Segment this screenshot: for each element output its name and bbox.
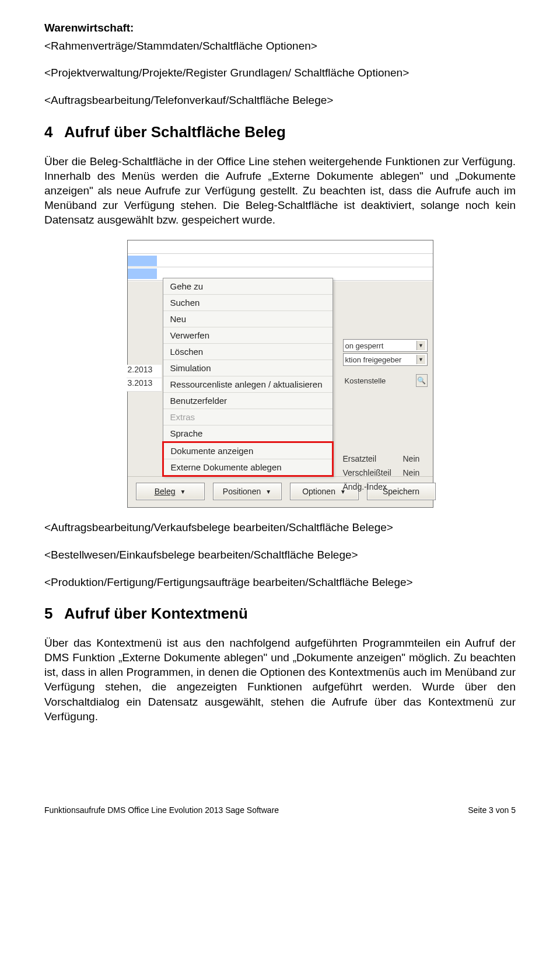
menu-item-benutzerfelder[interactable]: Benutzerfelder: [163, 393, 332, 409]
section-5-body: Über das Kontextmenü ist aus den nachfol…: [44, 636, 516, 723]
section-5-heading: 5Aufruf über Kontextmenü: [44, 605, 516, 623]
page-footer: Funktionsaufrufe DMS Office Line Evoluti…: [0, 805, 560, 829]
menu-item-loeschen[interactable]: Löschen: [163, 344, 332, 360]
dropdown-freigegeben-value: ktion freigegeber: [345, 355, 402, 364]
aendg-index-label: Ändg.-Index: [343, 482, 428, 491]
intro-line-2: <Projektverwaltung/Projekte/Register Gru…: [44, 66, 516, 81]
menu-item-dokumente-anzeigen[interactable]: Dokumente anzeigen: [164, 443, 332, 459]
dropdown-gesperrt-value: on gesperrt: [345, 341, 384, 350]
section-4-title: Aufruf über Schaltfläche Beleg: [64, 123, 286, 141]
section-4-num: 4: [44, 123, 64, 141]
menu-item-verwerfen[interactable]: Verwerfen: [163, 327, 332, 344]
search-icon[interactable]: 🔍: [416, 374, 428, 387]
date-1: 2.2013: [127, 365, 162, 378]
ersatzteil-value: Nein: [403, 454, 428, 463]
menu-item-suchen[interactable]: Suchen: [163, 295, 332, 311]
verschleissteil-value: Nein: [403, 468, 428, 477]
chevron-down-icon: ▼: [416, 355, 425, 364]
menu-item-gehezu[interactable]: Gehe zu: [163, 278, 332, 295]
ersatzteil-label: Ersatzteil: [343, 454, 401, 463]
beleg-button-label: Beleg: [155, 487, 176, 496]
intro-line-3: <Auftragsbearbeitung/Telefonverkauf/Scha…: [44, 93, 516, 108]
positionen-button-label: Positionen: [223, 487, 261, 496]
ww-heading: Warenwirtschaft:: [44, 21, 516, 36]
footer-left: Funktionsaufrufe DMS Office Line Evoluti…: [44, 805, 468, 815]
kostenstelle-label: Kostenstelle: [343, 375, 414, 386]
date-column: 2.2013 3.2013: [127, 365, 162, 392]
positionen-button[interactable]: Positionen▼: [213, 483, 282, 500]
path-3: <Produktion/Fertigung/Fertigungsaufträge…: [44, 575, 516, 590]
section-4-heading: 4Aufruf über Schaltfläche Beleg: [44, 123, 516, 141]
menu-item-simulation[interactable]: Simulation: [163, 360, 332, 376]
intro-line-1: <Rahmenverträge/Stammdaten/Schaltfläche …: [44, 39, 516, 54]
menu-item-neu[interactable]: Neu: [163, 311, 332, 327]
screenshot-figure: Gehe zu Suchen Neu Verwerfen Löschen Sim…: [44, 240, 516, 508]
chevron-down-icon: ▼: [265, 489, 271, 495]
menu-item-externe-dokumente-ablegen[interactable]: Externe Dokumente ablegen: [164, 459, 332, 475]
section-4-body: Über die Beleg-Schaltfläche in der Offic…: [44, 154, 516, 227]
screenshot-grid-area: [128, 240, 433, 281]
verschleissteil-label: Verschleißteil: [343, 468, 401, 477]
path-2: <Bestellwesen/Einkaufsbelege bearbeiten/…: [44, 548, 516, 563]
menu-item-extras: Extras: [163, 409, 332, 425]
menu-item-ressourcenliste[interactable]: Ressourcenliste anlegen / aktualisieren: [163, 376, 332, 393]
beleg-button[interactable]: Beleg▼: [136, 483, 205, 500]
menu-item-sprache[interactable]: Sprache: [163, 425, 332, 441]
dropdown-freigegeben[interactable]: ktion freigegeber▼: [343, 353, 428, 366]
menu-highlight-box: Dokumente anzeigen Externe Dokumente abl…: [162, 441, 334, 477]
chevron-down-icon: ▼: [180, 489, 186, 495]
path-1: <Auftragsbearbeitung/Verkaufsbelege bear…: [44, 521, 516, 535]
context-menu[interactable]: Gehe zu Suchen Neu Verwerfen Löschen Sim…: [163, 278, 333, 476]
section-5-num: 5: [44, 605, 64, 623]
right-fields: on gesperrt▼ ktion freigegeber▼ Kostenst…: [343, 339, 428, 494]
dropdown-gesperrt[interactable]: on gesperrt▼: [343, 339, 428, 352]
section-5-title: Aufruf über Kontextmenü: [64, 605, 248, 622]
date-2: 3.2013: [127, 378, 162, 392]
optionen-button-label: Optionen: [302, 487, 335, 496]
footer-right: Seite 3 von 5: [468, 805, 516, 815]
chevron-down-icon: ▼: [416, 341, 425, 350]
